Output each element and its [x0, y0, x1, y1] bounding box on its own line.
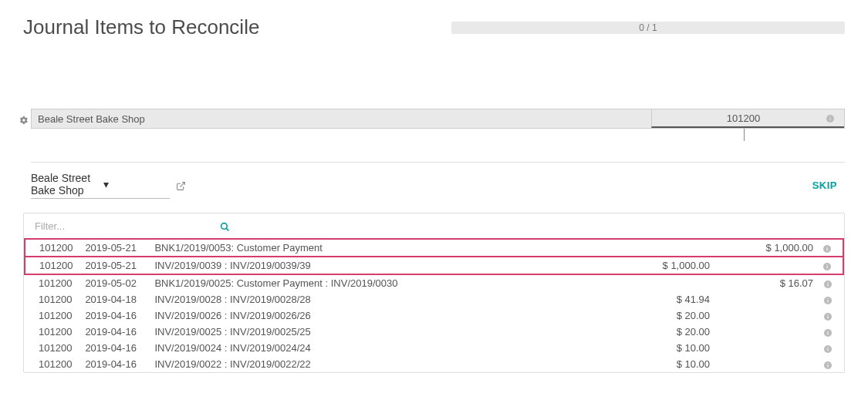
cell-desc: INV/2019/0026 : INV/2019/0026/26 — [148, 307, 616, 324]
info-icon[interactable] — [816, 274, 843, 291]
info-icon[interactable] — [826, 112, 835, 124]
cell-credit — [716, 340, 816, 356]
filter-input[interactable] — [35, 220, 212, 232]
cell-code: 101200 — [25, 324, 79, 340]
partner-select-value: Beale Street Bake Shop — [31, 172, 97, 196]
cell-credit — [716, 324, 816, 340]
cell-credit — [716, 356, 816, 372]
table-row[interactable]: 101200 2019-05-21 INV/2019/0039 : INV/20… — [25, 257, 843, 274]
cell-debit: $ 1,000.00 — [616, 257, 716, 274]
cell-debit: $ 20.00 — [616, 307, 716, 324]
progress-bar: 0 / 1 — [451, 22, 845, 34]
svg-rect-29 — [827, 363, 828, 364]
cell-desc: INV/2019/0022 : INV/2019/0022/22 — [148, 356, 616, 372]
svg-rect-22 — [827, 332, 828, 335]
table-row[interactable]: 101200 2019-04-18 INV/2019/0028 : INV/20… — [25, 291, 843, 307]
cell-date: 2019-04-16 — [79, 307, 148, 324]
cell-desc: INV/2019/0025 : INV/2019/0025/25 — [148, 324, 616, 340]
cell-desc: INV/2019/0028 : INV/2019/0028/28 — [148, 291, 616, 307]
chevron-down-icon: ▾ — [103, 178, 170, 190]
cell-code: 101200 — [25, 291, 79, 307]
account-number: 101200 — [661, 113, 826, 124]
cell-date: 2019-04-16 — [79, 324, 148, 340]
svg-rect-19 — [827, 316, 828, 319]
svg-rect-17 — [827, 298, 828, 299]
cell-debit — [616, 239, 716, 257]
info-icon[interactable] — [816, 291, 843, 307]
lines-panel: 101200 2019-05-21 BNK1/2019/0053: Custom… — [23, 213, 845, 373]
amount-underbar — [31, 129, 845, 163]
svg-rect-7 — [827, 248, 828, 251]
cell-code: 101200 — [25, 340, 79, 356]
svg-rect-14 — [827, 282, 828, 283]
info-icon[interactable] — [816, 340, 843, 356]
svg-rect-10 — [827, 266, 828, 269]
cell-code: 101200 — [25, 274, 79, 291]
cell-date: 2019-04-16 — [79, 340, 148, 356]
info-icon[interactable] — [816, 257, 843, 274]
cell-date: 2019-05-02 — [79, 274, 148, 291]
cell-credit — [716, 307, 816, 324]
account-box: 101200 — [651, 109, 844, 128]
info-icon[interactable] — [816, 307, 843, 324]
cell-desc: BNK1/2019/0053: Customer Payment — [148, 239, 616, 257]
cell-credit: $ 16.07 — [716, 274, 816, 291]
cell-date: 2019-05-21 — [79, 239, 148, 257]
table-row[interactable]: 101200 2019-04-16 INV/2019/0025 : INV/20… — [25, 324, 843, 340]
cell-desc: BNK1/2019/0025: Customer Payment : INV/2… — [148, 274, 616, 291]
table-row[interactable]: 101200 2019-04-16 INV/2019/0022 : INV/20… — [25, 356, 843, 372]
cell-credit — [716, 257, 816, 274]
svg-rect-11 — [827, 264, 828, 265]
svg-rect-1 — [830, 118, 831, 121]
search-icon[interactable] — [220, 220, 230, 232]
cell-code: 101200 — [25, 307, 79, 324]
cell-debit: $ 10.00 — [616, 340, 716, 356]
gear-icon[interactable] — [19, 113, 29, 126]
svg-rect-2 — [830, 116, 831, 117]
cell-desc: INV/2019/0024 : INV/2019/0024/24 — [148, 340, 616, 356]
cell-desc: INV/2019/0039 : INV/2019/0039/39 — [148, 257, 616, 274]
table-row[interactable]: 101200 2019-05-02 BNK1/2019/0025: Custom… — [25, 274, 843, 291]
partner-name-bar: Beale Street Bake Shop — [32, 113, 651, 125]
svg-line-5 — [226, 228, 228, 230]
cell-credit — [716, 291, 816, 307]
svg-rect-20 — [827, 314, 828, 315]
cell-debit — [616, 274, 716, 291]
balance-tick — [744, 129, 745, 141]
svg-rect-23 — [827, 331, 828, 331]
partner-bar: Beale Street Bake Shop 101200 — [31, 109, 845, 129]
progress-text: 0 / 1 — [451, 22, 845, 33]
svg-rect-26 — [827, 347, 828, 348]
info-icon[interactable] — [816, 356, 843, 372]
partner-select[interactable]: Beale Street Bake Shop ▾ — [31, 172, 170, 199]
cell-debit: $ 10.00 — [616, 356, 716, 372]
info-icon[interactable] — [816, 324, 843, 340]
cell-code: 101200 — [25, 257, 79, 274]
cell-date: 2019-04-18 — [79, 291, 148, 307]
page-title: Journal Items to Reconcile — [23, 15, 259, 39]
info-icon[interactable] — [816, 239, 843, 257]
svg-rect-8 — [827, 247, 828, 247]
table-row[interactable]: 101200 2019-05-21 BNK1/2019/0053: Custom… — [25, 239, 843, 257]
cell-code: 101200 — [25, 239, 79, 257]
cell-date: 2019-04-16 — [79, 356, 148, 372]
svg-rect-28 — [827, 364, 828, 368]
cell-date: 2019-05-21 — [79, 257, 148, 274]
svg-line-3 — [180, 183, 184, 187]
lines-table: 101200 2019-05-21 BNK1/2019/0053: Custom… — [24, 238, 844, 372]
table-row[interactable]: 101200 2019-04-16 INV/2019/0024 : INV/20… — [25, 340, 843, 356]
external-link-icon[interactable] — [176, 180, 186, 191]
skip-button[interactable]: SKIP — [812, 180, 837, 191]
cell-code: 101200 — [25, 356, 79, 372]
svg-rect-13 — [827, 284, 828, 287]
svg-rect-16 — [827, 300, 828, 303]
svg-rect-25 — [827, 348, 828, 351]
svg-point-4 — [221, 223, 228, 229]
cell-debit: $ 20.00 — [616, 324, 716, 340]
table-row[interactable]: 101200 2019-04-16 INV/2019/0026 : INV/20… — [25, 307, 843, 324]
cell-debit: $ 41.94 — [616, 291, 716, 307]
cell-credit: $ 1,000.00 — [716, 239, 816, 257]
